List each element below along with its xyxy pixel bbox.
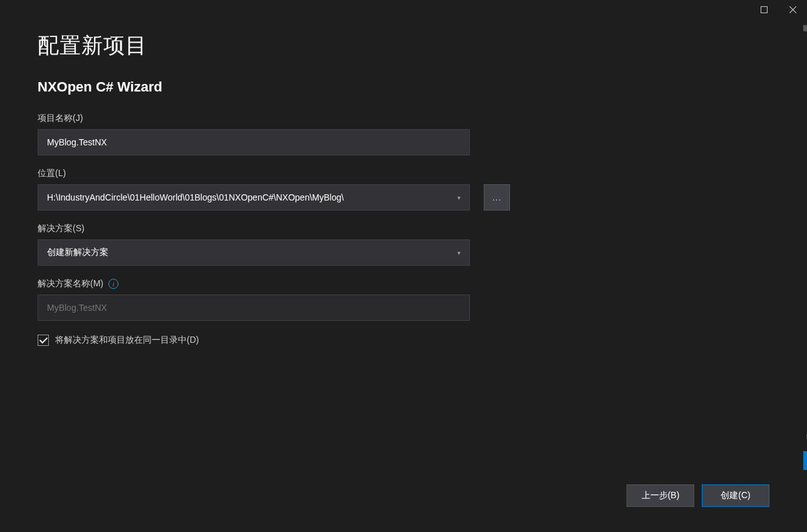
scroll-accent (803, 451, 807, 470)
location-combobox[interactable]: H:\IndustryAndCircle\01HelloWorld\01Blog… (38, 184, 470, 211)
solution-name-input (38, 295, 470, 321)
solution-name-label-text: 解决方案名称(M) (38, 278, 103, 289)
create-button[interactable]: 创建(C) (702, 484, 769, 507)
maximize-button[interactable] (749, 0, 778, 19)
wizard-subtitle: NXOpen C# Wizard (38, 79, 769, 95)
project-name-label: 项目名称(J) (38, 113, 769, 124)
browse-button[interactable]: ... (484, 184, 510, 211)
location-label: 位置(L) (38, 168, 769, 179)
same-directory-row: 将解决方案和项目放在同一目录中(D) (38, 335, 769, 346)
chevron-down-icon: ▾ (457, 194, 461, 201)
solution-combobox[interactable]: 创建新解决方案 ▾ (38, 239, 470, 266)
close-icon (789, 6, 796, 13)
location-group: 位置(L) H:\IndustryAndCircle\01HelloWorld\… (38, 168, 769, 211)
solution-value: 创建新解决方案 (47, 247, 108, 258)
back-button[interactable]: 上一步(B) (627, 484, 694, 507)
info-icon[interactable]: i (108, 279, 118, 289)
solution-label: 解决方案(S) (38, 223, 769, 234)
titlebar (0, 0, 807, 19)
solution-group: 解决方案(S) 创建新解决方案 ▾ (38, 223, 769, 266)
solution-name-group: 解决方案名称(M) i (38, 278, 769, 321)
project-name-input[interactable] (38, 129, 470, 155)
scroll-marker (803, 25, 807, 31)
project-name-group: 项目名称(J) (38, 113, 769, 155)
solution-name-label: 解决方案名称(M) i (38, 278, 769, 289)
same-directory-label: 将解决方案和项目放在同一目录中(D) (55, 335, 199, 346)
dialog-footer: 上一步(B) 创建(C) (627, 484, 769, 507)
close-button[interactable] (778, 0, 807, 19)
chevron-down-icon: ▾ (457, 249, 461, 256)
location-value: H:\IndustryAndCircle\01HelloWorld\01Blog… (47, 192, 344, 202)
dialog-content: 配置新项目 NXOpen C# Wizard 项目名称(J) 位置(L) H:\… (0, 19, 807, 346)
maximize-icon (761, 6, 768, 13)
svg-rect-0 (761, 6, 767, 13)
page-title: 配置新项目 (38, 31, 769, 60)
same-directory-checkbox[interactable] (38, 335, 49, 346)
